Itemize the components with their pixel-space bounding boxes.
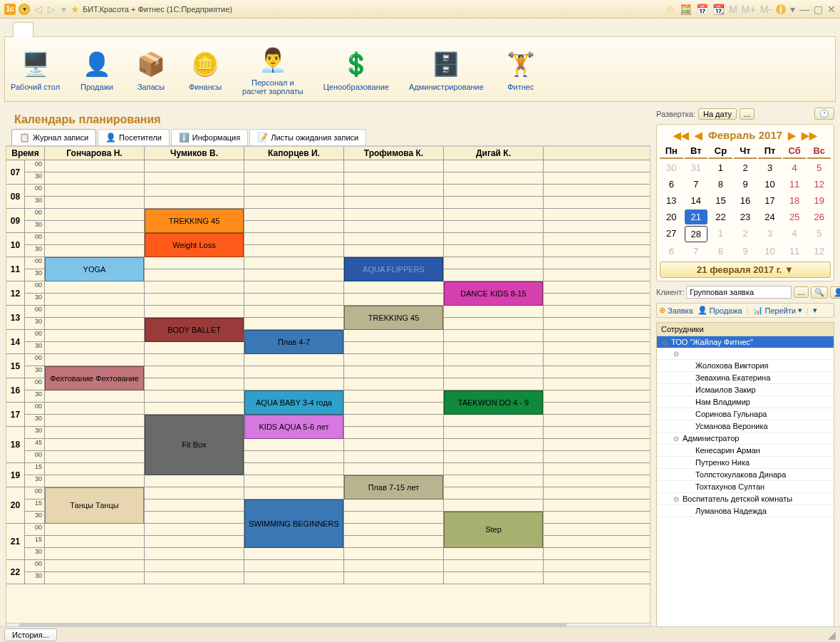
calendar-cell[interactable]	[444, 197, 544, 208]
calendar-day[interactable]: 7	[685, 177, 708, 192]
calendar-cell[interactable]	[344, 403, 444, 414]
calendar-cell[interactable]	[45, 342, 145, 353]
calendar-cell[interactable]	[344, 221, 444, 232]
calendar-day[interactable]: 5	[807, 226, 831, 242]
calendar-cell[interactable]	[344, 427, 444, 438]
calendar-cell[interactable]	[145, 281, 244, 293]
time-row[interactable]: 30	[25, 294, 650, 306]
dropdown-icon[interactable]: ▾	[19, 4, 30, 15]
calendar-cell[interactable]	[45, 390, 145, 402]
ribbon-item-2[interactable]: Запасы	[134, 47, 168, 91]
calendar-cell[interactable]	[145, 378, 244, 390]
razvertka-more-button[interactable]: …	[740, 108, 755, 120]
event-15[interactable]: SWIMMING BEGINNERS	[244, 499, 343, 548]
calendar-cell[interactable]	[444, 366, 544, 378]
calendar-cell[interactable]	[244, 209, 344, 220]
calendar-cell[interactable]	[244, 257, 344, 269]
history-button[interactable]: История...	[4, 628, 57, 641]
calendar-cell[interactable]	[244, 354, 344, 366]
calendar-day[interactable]: 12	[807, 177, 831, 192]
calendar-day[interactable]: 15	[709, 193, 732, 208]
calendar-day[interactable]: 13	[660, 193, 683, 208]
calendar-cell[interactable]	[344, 160, 444, 172]
tree-item[interactable]: ⊖Воспитатель детской комнаты	[657, 493, 834, 505]
calendar-cell[interactable]	[45, 245, 145, 257]
goto-button[interactable]: 📊Перейти▾	[753, 306, 803, 315]
calendar-cell[interactable]	[45, 439, 145, 450]
time-row[interactable]: 45	[25, 439, 650, 451]
calendar-cell[interactable]	[244, 185, 344, 196]
calendar-cell[interactable]	[45, 572, 145, 584]
calendar-cell[interactable]	[344, 524, 444, 535]
calendar-day[interactable]: 16	[734, 193, 757, 208]
time-row[interactable]: 30	[25, 475, 650, 487]
ribbon-item-4[interactable]: Персонал ирасчет зарплаты	[242, 43, 304, 95]
mem-mplus-button[interactable]: M+	[742, 4, 756, 15]
calendar-cell[interactable]	[344, 172, 444, 184]
calendar-cell[interactable]	[344, 185, 444, 196]
calendar-cell[interactable]	[444, 233, 544, 244]
calendar-cell[interactable]	[45, 160, 145, 172]
calendar-cell[interactable]	[344, 209, 444, 220]
event-16[interactable]: Step	[444, 512, 543, 548]
calendar-cell[interactable]	[45, 318, 145, 329]
calendar-cell[interactable]	[244, 281, 344, 293]
tree-item[interactable]: Толпстокулакова Динара	[657, 469, 834, 481]
ribbon-item-7[interactable]: Фитнес	[504, 47, 538, 91]
calendar-day[interactable]: 6	[660, 244, 683, 259]
calendar-cell[interactable]	[244, 572, 344, 584]
calendar-day[interactable]: 8	[709, 177, 732, 192]
tree-expand-icon[interactable]: ⊖	[673, 495, 680, 503]
calendar-cell[interactable]	[244, 172, 344, 184]
favorite-icon[interactable]: ★	[71, 4, 80, 15]
tree-item[interactable]: Зевахина Екатерина	[657, 372, 834, 384]
calendar-cell[interactable]	[444, 378, 544, 390]
calendar-cell[interactable]	[344, 439, 444, 450]
calendar-cell[interactable]	[145, 475, 244, 487]
calendar-cell[interactable]	[444, 185, 544, 196]
calendar-day[interactable]: 25	[783, 209, 807, 224]
calendar-cell[interactable]	[145, 390, 244, 402]
tab-0[interactable]: 📋Журнал записи	[11, 129, 96, 145]
calendar-cell[interactable]	[145, 185, 244, 196]
tree-item[interactable]: Кенесарин Арман	[657, 445, 834, 457]
event-5[interactable]: TREKKING 45	[344, 306, 443, 330]
calendar-cell[interactable]	[244, 439, 344, 450]
calendar-cell[interactable]	[344, 245, 444, 257]
calendar-cell[interactable]	[45, 536, 145, 547]
razvertka-value-button[interactable]: На дату	[698, 108, 737, 120]
calendar-cell[interactable]	[344, 536, 444, 547]
event-0[interactable]: TREKKING 45	[145, 209, 244, 233]
calendar-day[interactable]: 10	[758, 177, 782, 192]
calendar-day[interactable]: 7	[685, 244, 708, 259]
calendar-cell[interactable]	[444, 306, 544, 317]
calendar-cell[interactable]	[444, 572, 544, 584]
mem-m-button[interactable]: M	[729, 4, 737, 15]
calendar-day[interactable]: 9	[734, 177, 757, 192]
calendar-cell[interactable]	[244, 294, 344, 305]
mem-mminus-button[interactable]: M-	[760, 4, 772, 15]
calendar-day[interactable]: 6	[660, 177, 683, 192]
calendar-cell[interactable]	[45, 197, 145, 208]
calendar-cell[interactable]	[344, 390, 444, 402]
tree-expand-icon[interactable]: ⊖	[661, 338, 668, 346]
event-3[interactable]: AQUA FLIPPERS	[344, 257, 443, 281]
ribbon-item-6[interactable]: Администрирование	[409, 47, 484, 91]
calendar-day[interactable]: 19	[807, 193, 831, 208]
calendar-day[interactable]: 28	[685, 226, 708, 242]
ribbon-item-3[interactable]: Финансы	[188, 47, 222, 91]
calendar-day[interactable]: 1	[709, 160, 732, 175]
time-row[interactable]: 00	[25, 354, 650, 366]
calendar-day[interactable]: 10	[758, 244, 782, 259]
event-2[interactable]: YOGA	[45, 257, 144, 281]
ribbon-active-tab[interactable]	[13, 22, 33, 37]
klient-search-button[interactable]: 🔍	[811, 286, 828, 299]
tree-item[interactable]: ⊖ТОО "Жайлау Фитнес"	[657, 336, 834, 348]
tree-item[interactable]: Нам Владимир	[657, 396, 834, 408]
calendar-cell[interactable]	[244, 451, 344, 462]
cal-prev-month-icon[interactable]: ◀	[695, 130, 702, 141]
calendar-cell[interactable]	[344, 572, 444, 584]
ribbon-item-0[interactable]: Рабочий стол	[11, 47, 60, 91]
prodazha-button[interactable]: 👤Продажа	[698, 306, 742, 315]
time-row[interactable]: 30	[25, 548, 650, 560]
